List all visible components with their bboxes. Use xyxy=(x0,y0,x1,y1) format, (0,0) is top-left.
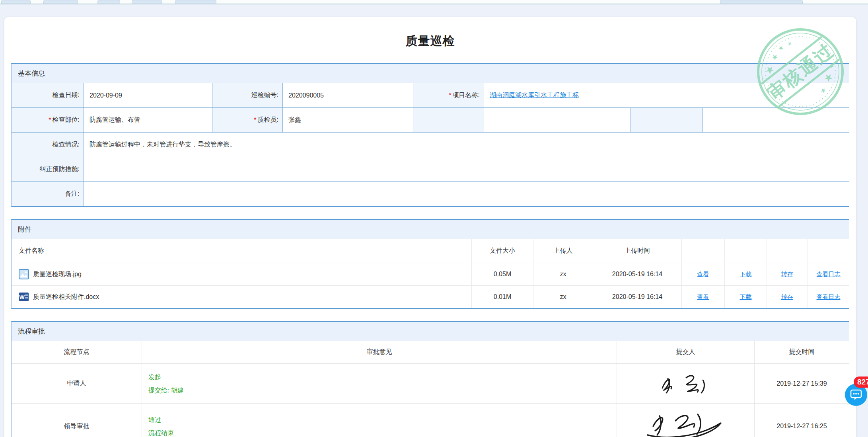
approval-opinion: 发起 提交给: 胡建 xyxy=(142,364,617,403)
view-link[interactable]: 查看 xyxy=(697,271,709,278)
tab-stub[interactable] xyxy=(43,0,78,4)
file-size: 0.05M xyxy=(471,263,533,285)
page-title: 质量巡检 xyxy=(11,33,849,49)
required-asterisk: * xyxy=(449,92,451,99)
check-date-label: 检查日期: xyxy=(12,83,84,107)
tab-stub[interactable] xyxy=(720,0,803,4)
basic-info-section: 基本信息 检查日期: 2020-09-09 巡检编号: 2020090005 *… xyxy=(11,63,849,207)
col-file-size: 文件大小 xyxy=(471,239,533,263)
view-log-link[interactable]: 查看日志 xyxy=(817,293,841,301)
col-uploader: 上传人 xyxy=(533,239,593,263)
file-name-cell: 质量巡检现场.jpg xyxy=(12,263,471,285)
remark-value xyxy=(84,182,849,206)
col-action xyxy=(767,239,808,263)
project-name-link[interactable]: 湖南洞庭湖水库引水工程施工标 xyxy=(490,91,579,99)
col-action xyxy=(808,239,849,263)
file-uploader: zx xyxy=(533,263,593,285)
view-link[interactable]: 查看 xyxy=(697,293,709,301)
tab-stub[interactable] xyxy=(1,0,31,4)
basic-info-row: *检查部位: 防腐管运输、布管 *质检员: 张鑫 xyxy=(12,107,849,132)
transfer-link[interactable]: 转存 xyxy=(781,293,793,301)
flow-node: 领导审批 xyxy=(12,404,142,437)
required-asterisk: * xyxy=(49,117,51,124)
col-action xyxy=(681,239,724,263)
check-date-value: 2020-09-09 xyxy=(84,83,212,107)
empty-value-cell xyxy=(703,108,849,132)
attachment-row: 质量巡检现场.jpg 0.05M zx 2020-05-19 16:14 查看 … xyxy=(12,263,849,285)
basic-info-section-header: 基本信息 xyxy=(12,64,849,83)
word-file-icon: W xyxy=(19,292,29,302)
download-link[interactable]: 下载 xyxy=(740,293,752,301)
basic-info-row: 备注: xyxy=(12,181,849,206)
tab-stub[interactable] xyxy=(132,0,162,4)
inspection-no-value: 2020090005 xyxy=(283,83,413,107)
submitter-signature xyxy=(617,404,754,437)
attachments-section: 附件 文件名称 文件大小 上传人 上传时间 质量巡检现场.jpg 0.05M z… xyxy=(11,219,849,309)
transfer-link[interactable]: 转存 xyxy=(781,271,793,278)
inspector-label: *质检员: xyxy=(212,108,283,132)
file-size: 0.01M xyxy=(471,286,533,308)
empty-label-cell xyxy=(413,108,484,132)
chat-unread-badge: 827 xyxy=(854,377,868,388)
check-part-value: 防腐管运输、布管 xyxy=(84,108,212,132)
browser-tab-strip xyxy=(0,0,868,4)
file-upload-time: 2020-05-19 16:14 xyxy=(593,263,681,285)
view-log-link[interactable]: 查看日志 xyxy=(817,271,841,278)
svg-text:W: W xyxy=(19,294,25,300)
opinion-line: 提交给: 胡建 xyxy=(148,384,184,397)
col-submitter: 提交人 xyxy=(617,341,754,363)
check-situation-value: 防腐管运输过程中，未对管进行垫支，导致管摩擦。 xyxy=(84,133,849,157)
image-file-icon xyxy=(19,269,29,279)
download-link[interactable]: 下载 xyxy=(740,271,752,278)
basic-info-row: 纠正预防措施: xyxy=(12,157,849,181)
col-file-name: 文件名称 xyxy=(12,239,471,263)
approval-section-header: 流程审批 xyxy=(12,322,849,341)
flow-node: 申请人 xyxy=(12,364,142,403)
submit-time: 2019-12-27 15:39 xyxy=(754,364,849,403)
submit-time: 2019-12-27 16:25 xyxy=(754,404,849,437)
tab-stub[interactable] xyxy=(97,0,120,4)
remark-label: 备注: xyxy=(12,182,84,206)
content-panel: 质量巡检 基本信息 检查日期: 2020-09-09 巡检编号: 2020090… xyxy=(4,17,856,437)
approval-section: 流程审批 流程节点 审批意见 提交人 提交时间 申请人 发起 提交给: 胡建 xyxy=(11,321,849,437)
opinion-line: 发起 xyxy=(148,371,161,384)
col-action xyxy=(724,239,767,263)
required-asterisk: * xyxy=(254,117,256,124)
empty-value-cell xyxy=(484,108,631,132)
file-upload-time: 2020-05-19 16:14 xyxy=(593,286,681,308)
approval-opinion: 通过 流程结束 xyxy=(142,404,617,437)
signature-hujian xyxy=(642,410,730,437)
col-approval-opinion: 审批意见 xyxy=(142,341,617,363)
col-submit-time: 提交时间 xyxy=(754,341,849,363)
basic-info-row: 检查日期: 2020-09-09 巡检编号: 2020090005 *项目名称:… xyxy=(12,83,849,107)
approval-row: 领导审批 通过 流程结束 2019-12-27 16:25 xyxy=(12,403,849,437)
col-flow-node: 流程节点 xyxy=(12,341,142,363)
header-divider xyxy=(0,4,868,4)
file-name-cell: W 质量巡检相关附件.docx xyxy=(12,286,471,308)
inspector-value: 张鑫 xyxy=(283,108,413,132)
inspection-no-label: 巡检编号: xyxy=(212,83,283,107)
check-part-label: *检查部位: xyxy=(12,108,84,132)
approval-header-row: 流程节点 审批意见 提交人 提交时间 xyxy=(12,341,849,363)
signature-zhangxin xyxy=(656,371,716,397)
tab-stub[interactable] xyxy=(175,0,216,4)
check-situation-label: 检查情况: xyxy=(12,133,84,157)
col-upload-time: 上传时间 xyxy=(593,239,681,263)
project-name-cell: 湖南洞庭湖水库引水工程施工标 xyxy=(484,83,849,107)
corrective-measures-value xyxy=(84,157,849,181)
submitter-signature xyxy=(617,364,754,403)
empty-label-cell xyxy=(631,108,703,132)
basic-info-row: 检查情况: 防腐管运输过程中，未对管进行垫支，导致管摩擦。 xyxy=(12,132,849,157)
project-name-label: *项目名称: xyxy=(413,83,484,107)
attachment-row: W 质量巡检相关附件.docx 0.01M zx 2020-05-19 16:1… xyxy=(12,285,849,308)
attachments-header-row: 文件名称 文件大小 上传人 上传时间 xyxy=(12,239,849,263)
attachments-section-header: 附件 xyxy=(12,220,849,239)
chat-bubble-icon xyxy=(850,389,862,401)
corrective-measures-label: 纠正预防措施: xyxy=(12,157,84,181)
opinion-line: 通过 xyxy=(148,413,161,426)
opinion-line: 流程结束 xyxy=(148,426,174,437)
file-uploader: zx xyxy=(533,286,593,308)
approval-row: 申请人 发起 提交给: 胡建 2019-12-27 15:39 xyxy=(12,363,849,403)
